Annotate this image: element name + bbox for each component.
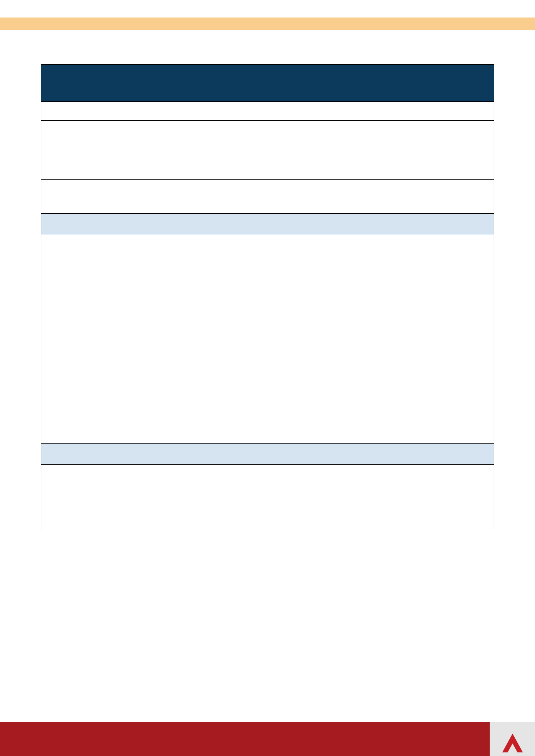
- footer-accent-bar: [0, 722, 490, 756]
- table-row: [41, 179, 494, 213]
- logo-chevron-icon: [501, 733, 524, 753]
- top-accent-bar: [0, 18, 535, 30]
- table-row: [41, 101, 494, 120]
- logo-container: [490, 722, 535, 756]
- table-header-row: [41, 65, 494, 101]
- table-row: [41, 464, 494, 530]
- table-row: [41, 120, 494, 179]
- table-row-highlight: [41, 213, 494, 235]
- table-row-highlight: [41, 443, 494, 464]
- content-table: [41, 64, 494, 530]
- table-row: [41, 235, 494, 443]
